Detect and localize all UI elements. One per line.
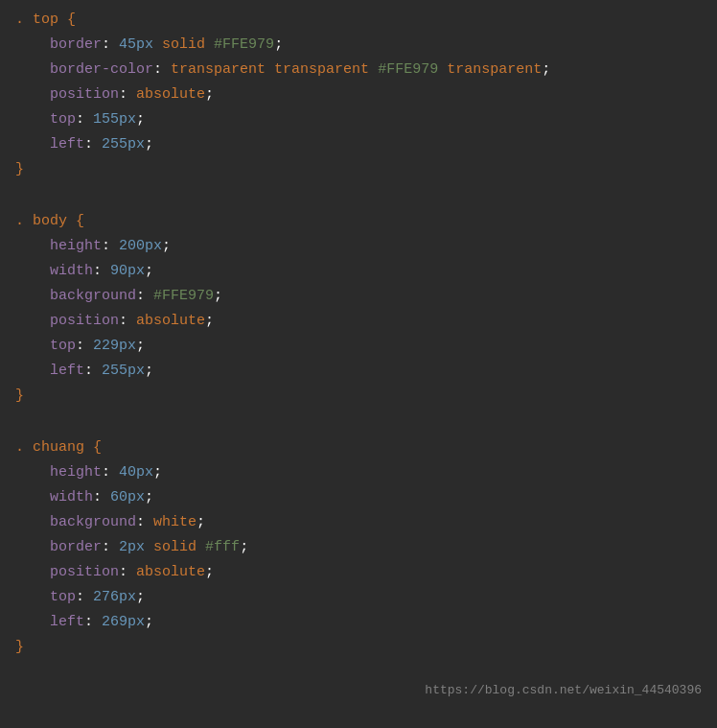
close-brace: } <box>15 158 24 181</box>
colon: : <box>119 83 136 106</box>
space <box>58 9 67 32</box>
value-part: 200px <box>119 235 162 258</box>
value-part: 2px <box>119 536 145 559</box>
open-brace: { <box>67 9 76 32</box>
property-line: position: absolute; <box>0 82 717 107</box>
indent <box>15 83 50 106</box>
value-part: 269px <box>102 611 145 634</box>
css-property: width <box>50 260 93 283</box>
value-part: absolute <box>136 310 205 333</box>
code-section-top: . top { border: 45px solid #FFE979; bord… <box>0 8 717 182</box>
property-line: top: 155px; <box>0 107 717 132</box>
css-property: background <box>50 285 136 308</box>
indent <box>15 461 50 484</box>
indent <box>15 34 50 57</box>
open-brace: { <box>76 210 84 233</box>
value-part <box>266 59 274 82</box>
property-line: position: absolute; <box>0 309 717 334</box>
space <box>24 210 33 233</box>
semicolon: ; <box>136 335 145 358</box>
css-property: left <box>50 360 84 383</box>
css-property: border <box>50 536 102 559</box>
colon: : <box>93 486 110 509</box>
selector-line: . top { <box>0 8 717 33</box>
colon: : <box>136 511 153 534</box>
value-part: transparent <box>447 59 542 82</box>
value-part <box>197 536 205 559</box>
semicolon: ; <box>145 611 153 634</box>
css-property: width <box>50 486 93 509</box>
css-property: border <box>50 34 102 57</box>
value-part: absolute <box>136 561 205 584</box>
indent <box>15 561 50 584</box>
css-property: position <box>50 83 119 106</box>
colon: : <box>136 285 153 308</box>
value-part <box>145 536 153 559</box>
property-line: width: 90px; <box>0 259 717 284</box>
value-part: 40px <box>119 461 153 484</box>
indent <box>15 511 50 534</box>
open-brace: { <box>93 436 102 459</box>
property-line: border: 45px solid #FFE979; <box>0 33 717 58</box>
semicolon: ; <box>145 133 153 156</box>
space <box>67 210 76 233</box>
semicolon: ; <box>162 235 171 258</box>
css-property: position <box>50 561 119 584</box>
colon: : <box>153 59 171 82</box>
semicolon: ; <box>542 59 550 82</box>
indent <box>15 108 50 131</box>
semicolon: ; <box>145 260 153 283</box>
value-part: 229px <box>93 335 136 358</box>
indent <box>15 536 50 559</box>
close-brace-line: } <box>0 384 717 409</box>
css-property: height <box>50 461 102 484</box>
semicolon: ; <box>205 83 214 106</box>
colon: : <box>84 611 102 634</box>
indent <box>15 611 50 634</box>
semicolon: ; <box>214 285 222 308</box>
value-part: 90px <box>110 260 145 283</box>
value-part: transparent <box>171 59 266 82</box>
value-part: 276px <box>93 586 136 609</box>
property-line: left: 269px; <box>0 610 717 635</box>
property-line: position: absolute; <box>0 560 717 585</box>
value-part: 255px <box>102 360 145 383</box>
indent <box>15 310 50 333</box>
close-brace-line: } <box>0 635 717 660</box>
section-separator <box>0 426 717 435</box>
property-line: border: 2px solid #fff; <box>0 535 717 560</box>
value-part: absolute <box>136 83 205 106</box>
class-name: chuang <box>33 436 84 459</box>
colon: : <box>102 461 119 484</box>
value-part: 45px <box>119 34 153 57</box>
colon: : <box>119 561 136 584</box>
indent <box>15 235 50 258</box>
dot: . <box>15 436 24 459</box>
property-line: left: 255px; <box>0 359 717 384</box>
css-property: top <box>50 108 76 131</box>
property-line: width: 60px; <box>0 485 717 510</box>
indent <box>15 133 50 156</box>
colon: : <box>119 310 136 333</box>
value-part: #FFE979 <box>214 34 274 57</box>
semicolon: ; <box>136 108 145 131</box>
css-property: left <box>50 133 84 156</box>
value-part: #FFE979 <box>378 59 438 82</box>
css-property: top <box>50 586 76 609</box>
semicolon: ; <box>145 486 153 509</box>
semicolon: ; <box>240 536 248 559</box>
code-section-chuang: . chuang { height: 40px; width: 60px; ba… <box>0 435 717 660</box>
value-part <box>153 34 162 57</box>
css-property: border-color <box>50 59 153 82</box>
url-attribution: https://blog.csdn.net/weixin_44540396 <box>0 677 717 705</box>
property-line: background: #FFE979; <box>0 284 717 309</box>
class-name: top <box>33 9 58 32</box>
css-property: height <box>50 235 102 258</box>
property-line: top: 276px; <box>0 585 717 610</box>
indent <box>15 59 50 82</box>
colon: : <box>102 235 119 258</box>
colon: : <box>102 536 119 559</box>
value-part: solid <box>162 34 205 57</box>
css-property: top <box>50 335 76 358</box>
property-line: border-color: transparent transparent #F… <box>0 58 717 82</box>
